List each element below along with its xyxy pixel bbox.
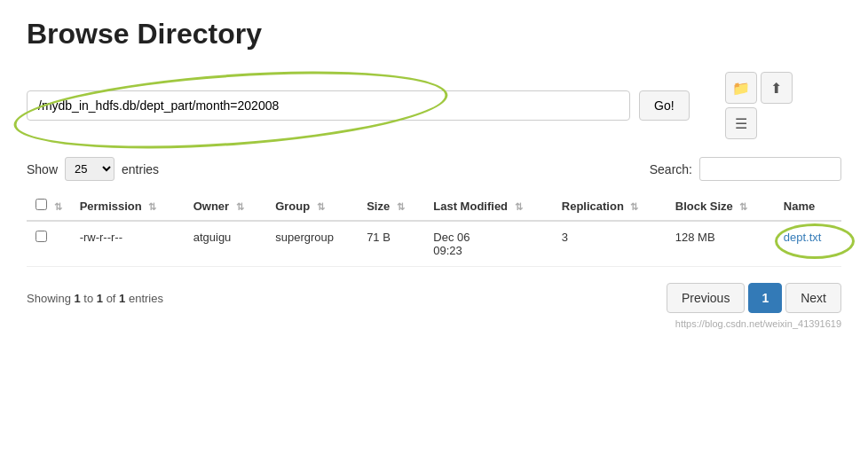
row-block-size: 128 MB <box>667 221 775 267</box>
next-button[interactable]: Next <box>785 283 841 313</box>
col-permission-label: Permission <box>80 200 142 213</box>
sort-icon-block-size[interactable]: ⇅ <box>739 201 747 212</box>
select-all-checkbox[interactable] <box>36 199 47 210</box>
col-replication-label: Replication <box>562 200 624 213</box>
showing-text: Showing 1 to 1 of 1 entries <box>27 292 163 305</box>
table-row: -rw-r--r-- atguigu supergroup 71 B Dec 0… <box>27 221 841 267</box>
search-label: Search: <box>650 162 692 176</box>
col-last-modified: Last Modified ⇅ <box>424 192 552 221</box>
entries-select[interactable]: 10 25 50 100 <box>65 157 114 181</box>
path-input-wrap <box>27 90 630 121</box>
list-icon: ☰ <box>735 115 747 132</box>
col-block-size: Block Size ⇅ <box>667 192 775 221</box>
row-permission: -rw-r--r-- <box>71 221 185 267</box>
row-checkbox[interactable] <box>36 231 47 242</box>
col-checkbox: ⇅ <box>27 192 71 221</box>
sort-icon-last-modified[interactable]: ⇅ <box>515 201 523 212</box>
folder-icon: 📁 <box>732 80 750 97</box>
col-name: Name <box>775 192 841 221</box>
showing-total: 1 <box>119 292 125 305</box>
go-button[interactable]: Go! <box>639 90 690 121</box>
file-name-link[interactable]: dept.txt <box>784 231 822 244</box>
list-icon-button[interactable]: ☰ <box>725 107 757 139</box>
col-group: Group ⇅ <box>266 192 358 221</box>
sort-icon-owner[interactable]: ⇅ <box>236 201 244 212</box>
col-last-modified-label: Last Modified <box>433 200 508 213</box>
watermark: https://blog.csdn.net/weixin_41391619 <box>27 318 841 329</box>
sort-icon-size[interactable]: ⇅ <box>397 201 405 212</box>
bottom-row: Showing 1 to 1 of 1 entries Previous 1 N… <box>27 283 841 313</box>
table-header-row: ⇅ Permission ⇅ Owner ⇅ Group ⇅ Size ⇅ La… <box>27 192 841 221</box>
controls-row: Show 10 25 50 100 entries Search: <box>27 157 841 181</box>
col-owner: Owner ⇅ <box>185 192 267 221</box>
upload-icon-button[interactable]: ⬆ <box>761 72 793 104</box>
folder-icon-button[interactable]: 📁 <box>725 72 757 104</box>
showing-to: 1 <box>97 292 103 305</box>
col-name-label: Name <box>784 200 815 213</box>
row-checkbox-cell <box>27 221 71 267</box>
previous-button[interactable]: Previous <box>667 283 745 313</box>
col-block-size-label: Block Size <box>675 200 733 213</box>
upload-icon: ⬆ <box>770 80 782 97</box>
sort-icon-replication[interactable]: ⇅ <box>630 201 638 212</box>
col-size: Size ⇅ <box>358 192 424 221</box>
col-permission: Permission ⇅ <box>71 192 185 221</box>
directory-table: ⇅ Permission ⇅ Owner ⇅ Group ⇅ Size ⇅ La… <box>27 192 841 267</box>
icon-buttons: 📁 ⬆ ☰ <box>725 72 793 139</box>
show-entries: Show 10 25 50 100 entries <box>27 157 159 181</box>
sort-icon-permission[interactable]: ⇅ <box>148 201 156 212</box>
col-replication: Replication ⇅ <box>553 192 667 221</box>
sort-icon-group[interactable]: ⇅ <box>317 201 325 212</box>
col-owner-label: Owner <box>193 200 229 213</box>
sort-icon-checkbox: ⇅ <box>54 201 62 212</box>
path-input[interactable] <box>27 90 630 121</box>
row-group: supergroup <box>266 221 358 267</box>
pagination: Previous 1 Next <box>667 283 841 313</box>
current-page: 1 <box>748 283 782 313</box>
show-label: Show <box>27 162 58 176</box>
icon-row-bottom: ☰ <box>725 107 793 139</box>
row-owner: atguigu <box>185 221 267 267</box>
search-input[interactable] <box>699 157 841 181</box>
row-replication: 3 <box>553 221 667 267</box>
page-title: Browse Directory <box>27 18 841 51</box>
row-name-cell: dept.txt <box>775 221 841 267</box>
row-last-modified: Dec 0609:23 <box>424 221 552 267</box>
showing-from: 1 <box>74 292 80 305</box>
col-size-label: Size <box>367 200 390 213</box>
path-row: Go! 📁 ⬆ ☰ <box>27 72 841 139</box>
icon-row-top: 📁 ⬆ <box>725 72 793 104</box>
search-row: Search: <box>650 157 841 181</box>
entries-label: entries <box>122 162 159 176</box>
name-cell-wrap: dept.txt <box>784 231 822 244</box>
row-size: 71 B <box>358 221 424 267</box>
col-group-label: Group <box>275 200 310 213</box>
